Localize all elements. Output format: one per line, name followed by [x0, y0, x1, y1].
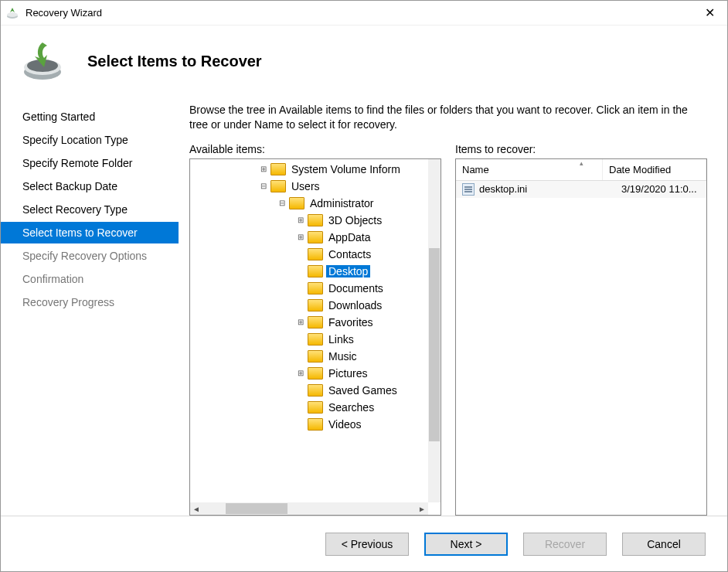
- expand-icon[interactable]: ⊞: [295, 368, 306, 379]
- recover-button: Recover: [523, 533, 607, 556]
- footer: < Previous Next > Recover Cancel: [1, 516, 727, 571]
- previous-button[interactable]: < Previous: [325, 533, 409, 556]
- horizontal-scroll-thumb[interactable]: [226, 503, 287, 514]
- folder-icon: [308, 384, 323, 397]
- tree-item-label: Links: [326, 333, 356, 346]
- tree-item[interactable]: ⊟Administrator: [190, 195, 428, 212]
- file-date: 3/19/2020 11:0...: [621, 183, 700, 195]
- tree-label: Available items:: [189, 143, 441, 155]
- folder-icon: [270, 163, 286, 175]
- page-title: Select Items to Recover: [87, 53, 262, 70]
- tree-item[interactable]: Contacts: [190, 246, 428, 263]
- expand-icon[interactable]: ⊞: [295, 215, 306, 226]
- tree-item-label: Contacts: [326, 248, 373, 260]
- folder-icon: [308, 316, 323, 329]
- tree-item-label: AppData: [326, 231, 373, 243]
- folder-icon: [308, 367, 323, 380]
- tree-item[interactable]: Downloads: [190, 297, 428, 314]
- folder-icon: [289, 197, 304, 209]
- folder-icon: [308, 350, 323, 363]
- tree-item[interactable]: ⊞System Volume Inform: [190, 161, 428, 178]
- nav-step-location-type[interactable]: Specify Location Type: [1, 129, 179, 151]
- nav-step-remote-folder[interactable]: Specify Remote Folder: [1, 152, 179, 174]
- tree-item[interactable]: ⊞AppData: [190, 229, 428, 246]
- tree-item[interactable]: ⊞Favorites: [190, 314, 428, 331]
- nav-step-getting-started[interactable]: Getting Started: [1, 106, 179, 128]
- tree-item-label: Pictures: [326, 367, 370, 380]
- list-box: ▴ Name Date Modified desktop.ini 3/19/20…: [455, 158, 707, 516]
- tree-item[interactable]: Links: [190, 331, 428, 348]
- titlebar: Recovery Wizard ✕: [1, 1, 727, 26]
- scroll-right-icon[interactable]: ►: [416, 502, 428, 515]
- list-header: ▴ Name Date Modified: [456, 159, 706, 181]
- folder-icon: [308, 248, 323, 260]
- sort-indicator-icon: ▴: [580, 159, 583, 167]
- column-date[interactable]: Date Modified: [603, 159, 706, 180]
- tree-item-label: Saved Games: [326, 384, 400, 397]
- tree-box: ⊞System Volume Inform⊟Users⊟Administrato…: [189, 158, 441, 516]
- vertical-scroll-thumb[interactable]: [429, 248, 440, 441]
- cancel-button[interactable]: Cancel: [622, 533, 706, 556]
- tree-item[interactable]: Documents: [190, 280, 428, 297]
- nav-step-select-items[interactable]: Select Items to Recover: [1, 222, 179, 243]
- panes: Available items: ⊞System Volume Inform⊟U…: [189, 143, 707, 516]
- folder-icon: [270, 180, 286, 192]
- folder-icon: [308, 214, 323, 226]
- folder-icon: [308, 333, 323, 346]
- expand-icon[interactable]: ⊞: [258, 164, 269, 175]
- folder-icon: [308, 418, 323, 431]
- instruction-text: Browse the tree in Available items to fi…: [189, 103, 707, 132]
- tree-item-label: Searches: [326, 401, 376, 414]
- step-nav: Getting Started Specify Location Type Sp…: [1, 95, 179, 516]
- tree-item[interactable]: Desktop: [190, 263, 428, 280]
- close-button[interactable]: ✕: [697, 5, 723, 20]
- wizard-header: Select Items to Recover: [1, 26, 727, 95]
- horizontal-scrollbar[interactable]: ◄ ►: [190, 502, 428, 515]
- vertical-scrollbar[interactable]: [428, 159, 441, 502]
- tree-item-label: Documents: [326, 282, 386, 295]
- expand-icon[interactable]: ⊞: [295, 232, 306, 243]
- tree-item[interactable]: Music: [190, 348, 428, 365]
- wizard-window: Recovery Wizard ✕ Select Items to Recove…: [0, 0, 728, 572]
- tree-item-label: Videos: [326, 418, 364, 431]
- nav-step-recovery-type[interactable]: Select Recovery Type: [1, 199, 179, 220]
- expand-icon[interactable]: ⊟: [277, 198, 287, 209]
- file-row[interactable]: desktop.ini 3/19/2020 11:0...: [456, 181, 706, 198]
- tree-item[interactable]: Videos: [190, 416, 428, 433]
- tree-item[interactable]: Searches: [190, 399, 428, 416]
- nav-step-recovery-options[interactable]: Specify Recovery Options: [1, 245, 179, 267]
- tree-item[interactable]: ⊞Pictures: [190, 365, 428, 382]
- scroll-left-icon[interactable]: ◄: [190, 502, 202, 515]
- tree-scroll[interactable]: ⊞System Volume Inform⊟Users⊟Administrato…: [190, 159, 428, 502]
- window-title: Recovery Wizard: [26, 7, 697, 19]
- main-panel: Browse the tree in Available items to fi…: [179, 95, 713, 516]
- list-label: Items to recover:: [455, 143, 707, 155]
- file-icon: [462, 183, 475, 196]
- app-icon: [5, 6, 19, 20]
- tree-item-label: Favorites: [326, 316, 376, 329]
- nav-step-backup-date[interactable]: Select Backup Date: [1, 175, 179, 197]
- wizard-body: Getting Started Specify Location Type Sp…: [1, 95, 727, 516]
- tree-item[interactable]: ⊞3D Objects: [190, 212, 428, 229]
- tree-item-label: 3D Objects: [326, 214, 384, 226]
- folder-icon: [308, 299, 323, 312]
- wizard-icon: [21, 39, 64, 83]
- tree-item[interactable]: ⊟Users: [190, 178, 428, 195]
- expand-icon[interactable]: ⊟: [258, 181, 269, 192]
- tree-item-label: Music: [326, 350, 359, 363]
- tree-item-label: Users: [289, 180, 322, 192]
- folder-icon: [308, 401, 323, 414]
- folder-icon: [308, 231, 323, 243]
- tree-item-label: System Volume Inform: [289, 163, 403, 175]
- tree-item[interactable]: Saved Games: [190, 382, 428, 399]
- folder-icon: [308, 265, 323, 277]
- next-button[interactable]: Next >: [424, 533, 508, 556]
- nav-step-progress[interactable]: Recovery Progress: [1, 291, 179, 313]
- tree-item-label: Desktop: [326, 265, 370, 277]
- expand-icon[interactable]: ⊞: [295, 317, 306, 328]
- tree-column: Available items: ⊞System Volume Inform⊟U…: [189, 143, 441, 516]
- nav-step-confirmation[interactable]: Confirmation: [1, 268, 179, 290]
- list-column: Items to recover: ▴ Name Date Modified d…: [455, 143, 707, 516]
- svg-point-1: [7, 12, 18, 17]
- folder-icon: [308, 282, 323, 295]
